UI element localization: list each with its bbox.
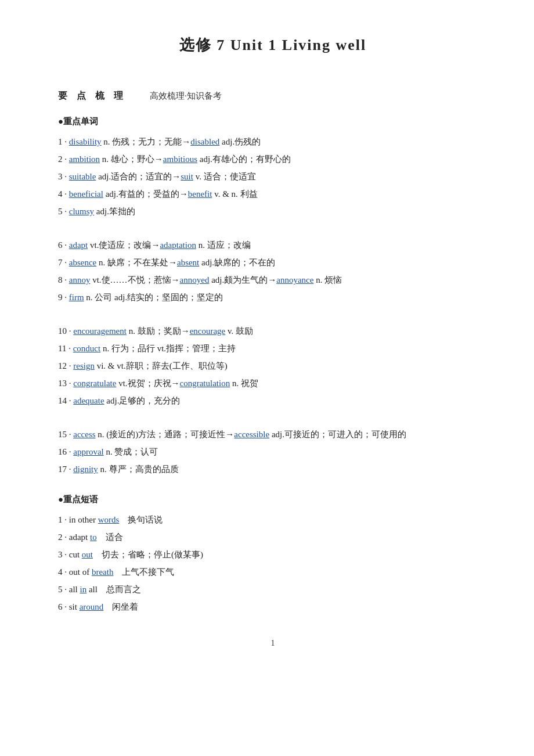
word-link[interactable]: adequate [73, 396, 104, 405]
word-link[interactable]: adapt [69, 240, 88, 250]
item-num: 3 [58, 550, 63, 559]
item-num: 9 [58, 293, 63, 302]
word-link[interactable]: firm [69, 293, 84, 302]
phrases-section-title: ●重点短语 [58, 494, 488, 505]
word-link[interactable]: encourage [190, 326, 226, 336]
section-header-label: 要 点 梳 理 [58, 90, 127, 102]
vocab-item: 3 · suitable adj.适合的；适宜的→suit v. 适合；使适宜 [58, 168, 488, 185]
item-num: 5 [58, 585, 63, 594]
vocab-item: 11 · conduct n. 行为；品行 vt.指挥；管理；主持 [58, 340, 488, 357]
phrase-item: 6 · sit around 闲坐着 [58, 598, 488, 615]
phrase-word-link[interactable]: around [80, 602, 104, 611]
vocab-item: 2 · ambition n. 雄心；野心→ambitious adj.有雄心的… [58, 150, 488, 168]
page-number: 1 [58, 639, 488, 648]
word-link[interactable]: absent [177, 258, 199, 267]
word-link[interactable]: benefit [188, 189, 212, 199]
phrase-word-link[interactable]: in [80, 585, 87, 594]
item-num: 12 [58, 361, 67, 370]
item-num: 13 [58, 379, 67, 388]
word-link[interactable]: annoy [69, 275, 91, 285]
item-num: 2 [58, 154, 63, 164]
phrases-group: 1 · in other words 换句话说2 · adapt to 适合3 … [58, 511, 488, 615]
vocab-item: 1 · disability n. 伤残；无力；无能→disabled adj.… [58, 133, 488, 150]
vocab-item: 9 · firm n. 公司 adj.结实的；坚固的；坚定的 [58, 289, 488, 306]
item-num: 5 [58, 207, 63, 216]
vocab-container: 1 · disability n. 伤残；无力；无能→disabled adj.… [58, 133, 488, 478]
vocab-item: 5 · clumsy adj.笨拙的 [58, 203, 488, 220]
word-link[interactable]: clumsy [69, 207, 94, 216]
word-link[interactable]: access [73, 430, 95, 439]
word-link[interactable]: beneficial [69, 189, 103, 199]
item-num: 4 [58, 567, 63, 577]
word-link[interactable]: suit [181, 172, 193, 181]
phrase-word-link[interactable]: to [90, 532, 97, 542]
vocab-item: 8 · annoy vt.使……不悦；惹恼→annoyed adj.颇为生气的→… [58, 271, 488, 289]
word-link[interactable]: encouragement [73, 326, 127, 336]
item-num: 7 [58, 258, 63, 267]
item-num: 6 [58, 240, 63, 250]
item-num: 15 [58, 430, 67, 439]
item-num: 1 [58, 137, 63, 146]
phrase-word-link[interactable]: breath [92, 567, 113, 577]
vocab-item: 6 · adapt vt.使适应；改编→adaptation n. 适应；改编 [58, 236, 488, 254]
word-link[interactable]: annoyed [180, 275, 210, 285]
vocab-group-2: 10 · encouragement n. 鼓励；奖励→encourage v.… [58, 322, 488, 409]
vocab-item: 12 · resign vi. & vt.辞职；辞去(工作、职位等) [58, 357, 488, 375]
vocab-item: 13 · congratulate vt.祝贺；庆祝→congratulatio… [58, 375, 488, 392]
phrase-word-link[interactable]: out [82, 550, 93, 559]
item-num: 14 [58, 396, 67, 405]
phrase-item: 4 · out of breath 上气不接下气 [58, 563, 488, 581]
section-header-sub: 高效梳理·知识备考 [150, 91, 222, 102]
vocab-group-0: 1 · disability n. 伤残；无力；无能→disabled adj.… [58, 133, 488, 220]
item-num: 16 [58, 447, 67, 456]
item-num: 3 [58, 172, 63, 181]
item-num: 6 [58, 602, 63, 611]
word-link[interactable]: congratulation [180, 379, 230, 388]
item-num: 2 [58, 532, 63, 542]
word-link[interactable]: annoyance [276, 275, 313, 285]
item-num: 1 [58, 515, 63, 524]
phrase-item: 3 · cut out 切去；省略；停止(做某事) [58, 546, 488, 563]
section-header: 要 点 梳 理 高效梳理·知识备考 [58, 90, 488, 102]
vocab-item: 7 · absence n. 缺席；不在某处→absent adj.缺席的；不在… [58, 254, 488, 271]
vocab-item: 4 · beneficial adj.有益的；受益的→benefit v. & … [58, 185, 488, 203]
word-link[interactable]: resign [73, 361, 95, 370]
item-num: 8 [58, 275, 63, 285]
item-num: 11 [58, 344, 66, 353]
phrase-word-link[interactable]: words [98, 515, 120, 524]
vocab-item: 14 · adequate adj.足够的，充分的 [58, 392, 488, 409]
word-link[interactable]: absence [69, 258, 96, 267]
word-link[interactable]: adaptation [160, 240, 196, 250]
item-num: 4 [58, 189, 63, 199]
item-num: 17 [58, 465, 67, 474]
word-link[interactable]: dignity [73, 465, 98, 474]
vocab-section-title: ●重点单词 [58, 116, 488, 127]
phrase-item: 1 · in other words 换句话说 [58, 511, 488, 528]
vocab-group-3: 15 · access n. (接近的)方法；通路；可接近性→accessibl… [58, 426, 488, 478]
word-link[interactable]: disabled [190, 137, 219, 146]
phrase-item: 5 · all in all 总而言之 [58, 581, 488, 598]
vocab-group-1: 6 · adapt vt.使适应；改编→adaptation n. 适应；改编7… [58, 236, 488, 306]
word-link[interactable]: congratulate [73, 379, 116, 388]
phrases-container: 1 · in other words 换句话说2 · adapt to 适合3 … [58, 511, 488, 615]
vocab-item: 16 · approval n. 赞成；认可 [58, 443, 488, 460]
vocab-item: 15 · access n. (接近的)方法；通路；可接近性→accessibl… [58, 426, 488, 443]
word-link[interactable]: conduct [73, 344, 100, 353]
item-num: 10 [58, 326, 67, 336]
vocab-item: 10 · encouragement n. 鼓励；奖励→encourage v.… [58, 322, 488, 340]
word-link[interactable]: disability [69, 137, 102, 146]
word-link[interactable]: ambitious [163, 154, 197, 164]
vocab-item: 17 · dignity n. 尊严；高贵的品质 [58, 460, 488, 478]
word-link[interactable]: suitable [69, 172, 96, 181]
word-link[interactable]: ambition [69, 154, 100, 164]
phrase-item: 2 · adapt to 适合 [58, 528, 488, 546]
page-title: 选修 7 Unit 1 Living well [58, 35, 488, 55]
word-link[interactable]: approval [73, 447, 103, 456]
word-link[interactable]: accessible [234, 430, 269, 439]
